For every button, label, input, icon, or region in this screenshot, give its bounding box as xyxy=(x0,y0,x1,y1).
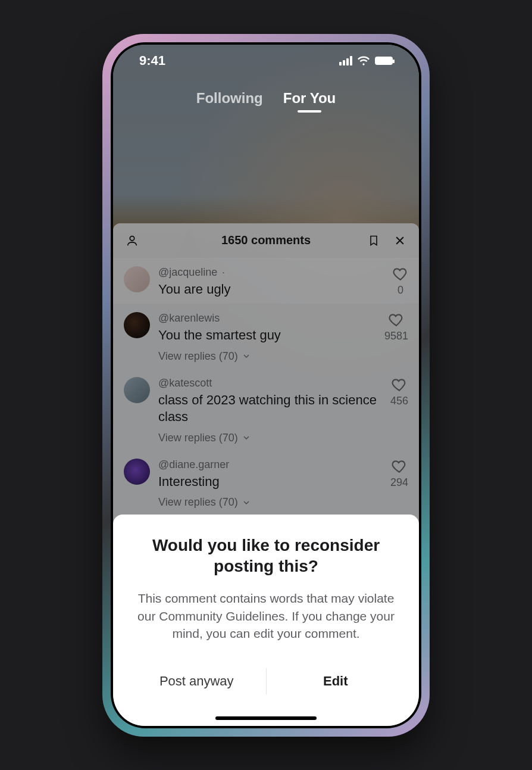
avatar[interactable] xyxy=(124,459,150,485)
phone-inner: 9:41 xyxy=(111,42,421,728)
avatar[interactable] xyxy=(124,266,150,292)
screen: 9:41 xyxy=(113,45,419,726)
comment-body: @karenlewisYou the smartest guyView repl… xyxy=(158,312,376,363)
profile-icon[interactable] xyxy=(124,232,140,249)
chevron-down-icon xyxy=(242,351,251,361)
like-button[interactable]: 294 xyxy=(390,459,408,489)
heart-icon xyxy=(393,266,408,282)
cellular-icon xyxy=(339,56,352,66)
tab-following[interactable]: Following xyxy=(196,90,263,113)
view-replies-button[interactable]: View replies (70) xyxy=(158,350,376,363)
bookmark-icon[interactable] xyxy=(365,232,382,249)
heart-icon xyxy=(389,312,404,328)
comment-username[interactable]: @katescott xyxy=(158,377,382,389)
heart-icon xyxy=(392,459,407,474)
modal-title: Would you like to reconsider posting thi… xyxy=(127,535,405,576)
close-icon[interactable] xyxy=(392,232,408,249)
like-count: 9581 xyxy=(384,330,408,342)
comment-body: @diane.garnerInterestingView replies (70… xyxy=(158,459,382,509)
home-indicator[interactable] xyxy=(215,716,317,720)
reconsider-modal: Would you like to reconsider posting thi… xyxy=(113,515,419,725)
comment-row[interactable]: @karenlewisYou the smartest guyView repl… xyxy=(113,304,419,369)
phone-frame: 9:41 xyxy=(102,34,430,737)
comment-text: Interesting xyxy=(158,473,382,491)
svg-point-0 xyxy=(130,236,134,240)
like-count: 456 xyxy=(390,395,408,407)
status-time: 9:41 xyxy=(139,53,165,68)
comment-body: @jacqueline·You are ugly xyxy=(158,266,384,298)
battery-icon xyxy=(375,57,393,65)
like-count: 0 xyxy=(398,284,403,297)
avatar[interactable] xyxy=(124,312,150,338)
status-icons xyxy=(339,56,393,66)
wifi-icon xyxy=(357,56,370,66)
status-bar: 9:41 xyxy=(113,45,419,77)
comment-row[interactable]: @jacqueline·You are ugly0 xyxy=(113,258,419,304)
comment-username[interactable]: @diane.garner xyxy=(158,459,382,471)
comment-row[interactable]: @diane.garnerInterestingView replies (70… xyxy=(113,450,419,515)
comment-text: You the smartest guy xyxy=(158,327,376,344)
avatar[interactable] xyxy=(124,377,150,403)
view-replies-button[interactable]: View replies (70) xyxy=(158,432,382,444)
modal-body: This comment contains words that may vio… xyxy=(127,590,405,642)
comment-username[interactable]: @karenlewis xyxy=(158,312,376,325)
like-count: 294 xyxy=(390,476,408,489)
tab-for-you[interactable]: For You xyxy=(283,90,336,113)
post-anyway-button[interactable]: Post anyway xyxy=(127,666,266,696)
like-button[interactable]: 9581 xyxy=(384,312,408,342)
chevron-down-icon xyxy=(242,433,251,442)
like-button[interactable]: 0 xyxy=(393,266,408,297)
comment-body: @katescottclass of 2023 watching this in… xyxy=(158,377,382,444)
view-replies-button[interactable]: View replies (70) xyxy=(158,496,382,509)
comment-row[interactable]: @katescottclass of 2023 watching this in… xyxy=(113,369,419,450)
feed-tabs: Following For You xyxy=(113,90,419,113)
comment-sheet-header: 1650 comments xyxy=(113,223,419,258)
heart-icon xyxy=(392,377,407,392)
comment-text: class of 2023 watching this in science c… xyxy=(158,392,382,426)
comment-username[interactable]: @jacqueline· xyxy=(158,266,384,279)
like-button[interactable]: 456 xyxy=(390,377,408,407)
comment-text: You are ugly xyxy=(158,281,384,298)
edit-button[interactable]: Edit xyxy=(267,666,405,696)
chevron-down-icon xyxy=(242,498,251,507)
modal-actions: Post anyway Edit xyxy=(127,666,405,696)
